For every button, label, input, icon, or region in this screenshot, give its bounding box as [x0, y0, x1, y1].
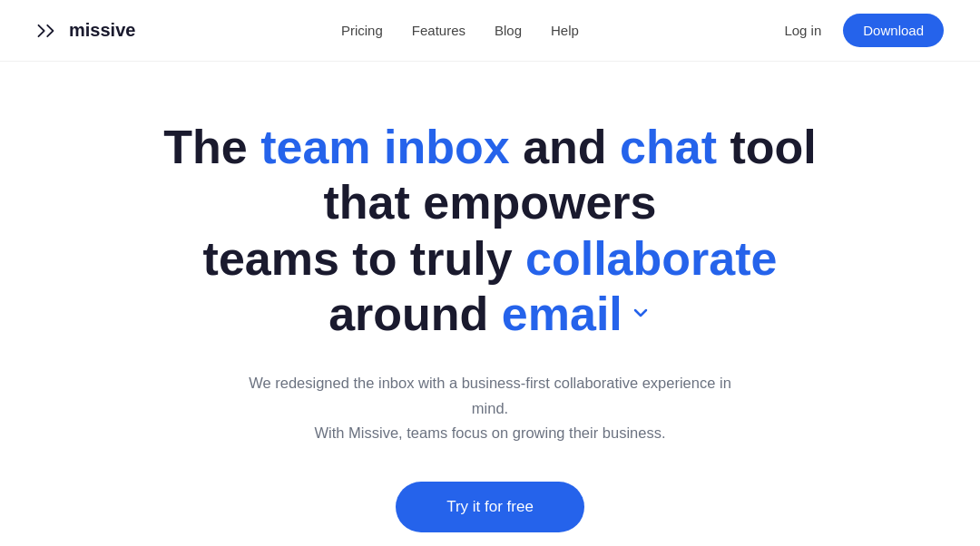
hero-line1: The team inbox and chat tool that empowe…	[163, 121, 816, 229]
hero-subtext: We redesigned the inbox with a business-…	[236, 371, 744, 445]
hero-chat: chat	[620, 121, 717, 173]
hero-line2: teams to truly collaborate around email	[203, 232, 778, 340]
hero-prefix1: The	[163, 121, 260, 173]
hero-headline: The team inbox and chat tool that empowe…	[136, 120, 844, 342]
navbar: missive Pricing Features Blog Help Log i…	[0, 0, 980, 62]
hero-collaborate: collaborate	[525, 232, 777, 285]
try-free-button[interactable]: Try it for free	[396, 482, 584, 532]
nav-help[interactable]: Help	[551, 23, 579, 38]
nav-blog[interactable]: Blog	[495, 23, 522, 38]
login-link[interactable]: Log in	[784, 23, 821, 38]
hero-around: around	[328, 288, 502, 340]
hero-and: and	[510, 121, 620, 173]
hero-section: The team inbox and chat tool that empowe…	[0, 62, 980, 546]
chevron-down-icon	[630, 302, 652, 324]
logo-icon	[36, 24, 62, 38]
logo-link[interactable]: missive	[36, 20, 135, 41]
hero-email: email	[502, 287, 652, 342]
hero-team-inbox: team inbox	[260, 121, 510, 173]
nav-links: Pricing Features Blog Help	[341, 23, 579, 39]
nav-features[interactable]: Features	[412, 23, 466, 38]
download-button[interactable]: Download	[843, 14, 944, 47]
cta-section: Try it for free	[36, 482, 944, 532]
logo-text: missive	[69, 20, 135, 41]
nav-right: Log in Download	[784, 14, 944, 47]
hero-prefix2: teams to truly	[203, 232, 525, 285]
nav-pricing[interactable]: Pricing	[341, 23, 383, 38]
